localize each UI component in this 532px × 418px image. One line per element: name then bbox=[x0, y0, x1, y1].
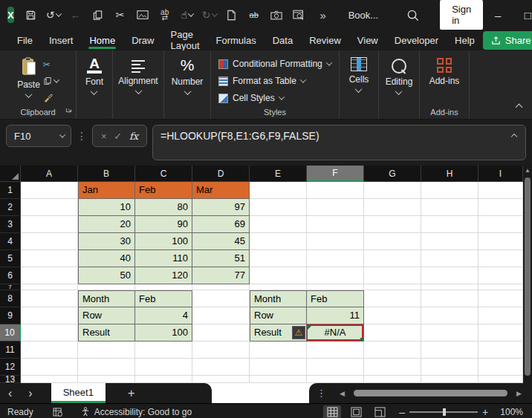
editing-button[interactable]: Editing bbox=[386, 50, 413, 119]
strikethrough-button[interactable]: ab bbox=[245, 5, 263, 25]
tab-view[interactable]: View bbox=[349, 30, 386, 50]
cell-E13[interactable] bbox=[250, 376, 307, 383]
cell-B13[interactable] bbox=[78, 376, 135, 383]
collapse-ribbon-button[interactable] bbox=[516, 99, 522, 113]
name-box[interactable]: F10 bbox=[6, 125, 71, 147]
cell-H1[interactable] bbox=[421, 182, 479, 199]
cell-C7[interactable] bbox=[135, 284, 192, 290]
qat-overflow-button[interactable]: » bbox=[314, 5, 332, 25]
cell-B4[interactable]: 30 bbox=[78, 233, 135, 250]
camera-button[interactable] bbox=[267, 5, 285, 25]
cell-B2[interactable]: 10 bbox=[78, 199, 135, 216]
row-header-13[interactable]: 13 bbox=[0, 376, 21, 383]
cell-F12[interactable] bbox=[307, 359, 364, 376]
row-header-11[interactable]: 11 bbox=[0, 342, 21, 359]
macro-record-button[interactable] bbox=[53, 408, 63, 417]
row-header-6[interactable]: 6 bbox=[0, 267, 21, 284]
cell-F2[interactable] bbox=[307, 199, 364, 216]
cell-D2[interactable]: 97 bbox=[192, 199, 250, 216]
new-file-button[interactable] bbox=[223, 5, 241, 25]
formula-input[interactable]: =HLOOKUP(F8,E1:G6,F9,FALSE) bbox=[152, 125, 526, 160]
cell-C4[interactable]: 100 bbox=[135, 233, 192, 250]
row-header-4[interactable]: 4 bbox=[0, 233, 21, 250]
tab-insert[interactable]: Insert bbox=[41, 30, 82, 50]
back-button[interactable]: ← bbox=[67, 5, 85, 25]
row-header-1[interactable]: 1 bbox=[0, 182, 21, 199]
cell-G10[interactable] bbox=[364, 324, 421, 342]
cell-D4[interactable]: 45 bbox=[192, 233, 250, 250]
cell-C8[interactable]: Feb bbox=[135, 290, 192, 307]
cell-A12[interactable] bbox=[21, 359, 78, 376]
cell-D5[interactable]: 51 bbox=[192, 250, 250, 267]
redo-button[interactable]: ↻ bbox=[201, 5, 218, 25]
cell-C5[interactable]: 110 bbox=[135, 250, 192, 267]
cell-E7[interactable] bbox=[250, 284, 307, 290]
cell-A3[interactable] bbox=[21, 216, 78, 233]
cell-E3[interactable] bbox=[250, 216, 307, 233]
column-header-F[interactable]: F bbox=[307, 166, 364, 182]
cell-F4[interactable] bbox=[307, 233, 364, 250]
cell-I4[interactable] bbox=[479, 233, 523, 250]
cell-H3[interactable] bbox=[421, 216, 479, 233]
cell-I7[interactable] bbox=[479, 284, 523, 290]
cell-G1[interactable] bbox=[364, 182, 421, 199]
page-break-preview-button[interactable] bbox=[371, 405, 389, 418]
cut-button[interactable]: ✂ bbox=[111, 5, 129, 25]
conditional-formatting-button[interactable]: Conditional Formatting bbox=[211, 56, 339, 71]
cell-H7[interactable] bbox=[421, 284, 479, 290]
cell-H8[interactable] bbox=[421, 290, 479, 307]
zoom-in-button[interactable]: + bbox=[478, 406, 493, 418]
format-painter-button[interactable] bbox=[43, 91, 59, 104]
cell-C10[interactable]: 100 bbox=[135, 324, 192, 342]
cell-B11[interactable] bbox=[78, 342, 135, 359]
cell-D12[interactable] bbox=[192, 359, 250, 376]
row-header-5[interactable]: 5 bbox=[0, 250, 21, 267]
cell-A11[interactable] bbox=[21, 342, 78, 359]
tab-formulas[interactable]: Formulas bbox=[208, 30, 265, 50]
find-replace-button[interactable]: ab ⇄ bbox=[156, 5, 174, 25]
cell-G13[interactable] bbox=[364, 376, 421, 383]
cell-I1[interactable] bbox=[479, 182, 523, 199]
cell-D13[interactable] bbox=[192, 376, 250, 383]
cell-I11[interactable] bbox=[479, 342, 523, 359]
error-options-button[interactable]: ⚠ bbox=[292, 326, 305, 339]
tab-data[interactable]: Data bbox=[265, 30, 301, 50]
tab-page-layout[interactable]: Page Layout bbox=[163, 30, 208, 50]
cell-B5[interactable]: 40 bbox=[78, 250, 135, 267]
cell-A10[interactable] bbox=[21, 324, 78, 342]
scroll-up-icon[interactable]: ▲ bbox=[523, 166, 532, 176]
clipboard-dialog-launcher[interactable] bbox=[65, 102, 72, 116]
accessibility-status-button[interactable]: Accessibility: Good to go bbox=[81, 407, 192, 417]
cell-E5[interactable] bbox=[250, 250, 307, 267]
cell-H10[interactable] bbox=[421, 324, 479, 342]
cell-H4[interactable] bbox=[421, 233, 479, 250]
search-button[interactable] bbox=[403, 5, 421, 25]
cell-I13[interactable] bbox=[479, 376, 523, 383]
tab-draw[interactable]: Draw bbox=[123, 30, 162, 50]
cell-E11[interactable] bbox=[250, 342, 307, 359]
cell-I12[interactable] bbox=[479, 359, 523, 376]
cell-B9[interactable]: Row bbox=[78, 307, 135, 324]
cell-C12[interactable] bbox=[135, 359, 192, 376]
cell-G8[interactable] bbox=[364, 290, 421, 307]
maximize-button[interactable]: □ bbox=[513, 4, 532, 26]
cell-H6[interactable] bbox=[421, 267, 479, 284]
cell-G4[interactable] bbox=[364, 233, 421, 250]
cell-A2[interactable] bbox=[21, 199, 78, 216]
cell-B1[interactable]: Jan bbox=[78, 182, 135, 199]
cell-E1[interactable] bbox=[250, 182, 307, 199]
cell-D6[interactable]: 77 bbox=[192, 267, 250, 284]
cell-G11[interactable] bbox=[364, 342, 421, 359]
cell-I6[interactable] bbox=[479, 267, 523, 284]
row-header-7[interactable]: 7 bbox=[0, 284, 21, 290]
cell-G5[interactable] bbox=[364, 250, 421, 267]
horizontal-scrollbar-thumb[interactable] bbox=[354, 390, 507, 396]
column-header-I[interactable]: I bbox=[479, 166, 523, 182]
cell-F3[interactable] bbox=[307, 216, 364, 233]
cell-F8[interactable]: Feb bbox=[307, 290, 364, 307]
paste-picture-button[interactable] bbox=[134, 5, 152, 25]
insert-function-button[interactable]: fx bbox=[129, 131, 138, 142]
font-button[interactable]: A Font bbox=[85, 50, 103, 119]
cell-F6[interactable] bbox=[307, 267, 364, 284]
next-sheet-button[interactable]: › bbox=[20, 387, 40, 400]
